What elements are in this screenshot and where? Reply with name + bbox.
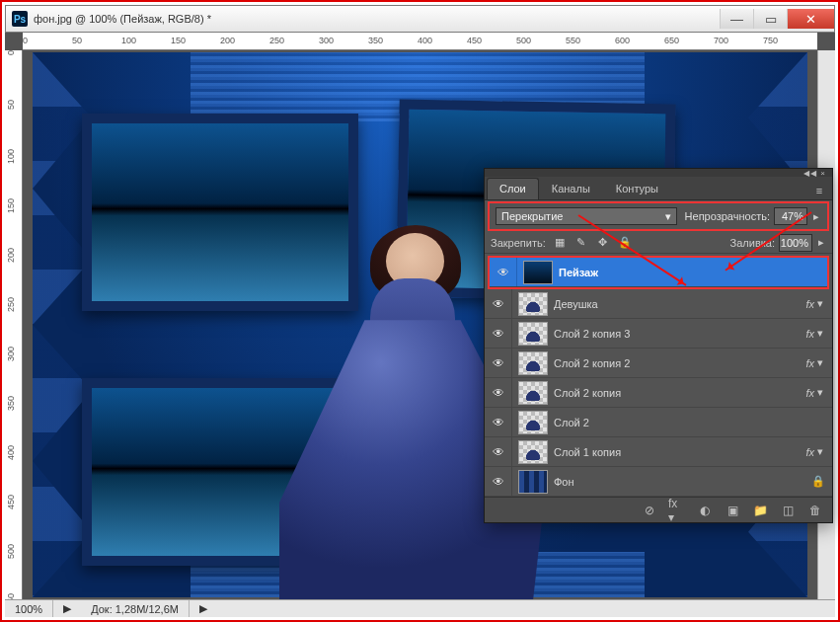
layer-name-label[interactable]: Слой 2 копия 3 xyxy=(554,328,802,340)
chevron-down-icon[interactable]: ▾ xyxy=(814,297,826,310)
chevron-down-icon[interactable]: ▾ xyxy=(814,445,826,458)
ruler-tick: 650 xyxy=(664,36,679,45)
titlebar[interactable]: Ps фон.jpg @ 100% (Пейзаж, RGB/8) * — ▭ … xyxy=(5,5,835,33)
layer-fx-badge[interactable]: fx xyxy=(805,298,814,310)
status-arrow[interactable]: ▶ xyxy=(190,600,217,617)
visibility-eye-icon[interactable]: 👁 xyxy=(485,289,512,318)
layer-row[interactable]: 👁Фон🔒 xyxy=(485,467,832,497)
blend-mode-select[interactable]: Перекрытие ▾ xyxy=(496,207,677,225)
fill-input[interactable]: 100% xyxy=(779,234,812,252)
ruler-tick: 200 xyxy=(220,36,235,45)
layer-thumbnail[interactable] xyxy=(518,440,548,464)
opacity-flyout-icon[interactable]: ▸ xyxy=(811,207,821,225)
visibility-eye-icon[interactable]: 👁 xyxy=(485,437,512,466)
ruler-tick: 100 xyxy=(6,149,16,164)
layer-fx-badge[interactable]: fx xyxy=(805,328,814,340)
visibility-eye-icon[interactable]: 👁 xyxy=(485,467,512,496)
app-icon: Ps xyxy=(12,11,28,27)
panel-footer-icon[interactable]: 🗑 xyxy=(806,502,824,519)
chevron-down-icon[interactable]: ▾ xyxy=(814,327,826,340)
ruler-tick: 600 xyxy=(615,36,630,45)
layer-name-label[interactable]: Слой 2 копия 2 xyxy=(554,357,802,369)
ruler-tick: 50 xyxy=(72,36,82,45)
layer-row[interactable]: 👁Слой 2 копия 2fx▾ xyxy=(485,349,832,378)
ruler-horizontal[interactable]: 0501001502002503003504004505005506006507… xyxy=(23,33,817,50)
layer-name-label[interactable]: Фон xyxy=(554,476,810,488)
layer-name-label[interactable]: Пейзаж xyxy=(559,267,821,278)
annotation-selected-layer: 👁Пейзаж xyxy=(488,256,829,289)
layer-fx-badge[interactable]: fx xyxy=(805,446,814,458)
ruler-tick: 500 xyxy=(516,36,531,45)
lock-option-icon[interactable]: ▦ xyxy=(552,235,568,251)
chevron-down-icon[interactable]: ▾ xyxy=(814,386,826,399)
status-chev[interactable]: ▶ xyxy=(53,600,81,617)
layer-name-label[interactable]: Девушка xyxy=(554,298,802,310)
tab-Слои[interactable]: Слои xyxy=(487,178,539,199)
tab-Каналы[interactable]: Каналы xyxy=(539,178,603,199)
layer-row[interactable]: 👁Девушкаfx▾ xyxy=(485,289,832,319)
ruler-tick: 300 xyxy=(6,347,16,361)
layer-row[interactable]: 👁Слой 1 копияfx▾ xyxy=(485,437,832,467)
layer-row[interactable]: 👁Пейзаж xyxy=(490,258,827,287)
layer-name-label[interactable]: Слой 2 xyxy=(554,417,826,428)
layer-fx-badge[interactable]: fx xyxy=(805,387,814,399)
panel-footer-icon[interactable]: ◫ xyxy=(779,502,797,519)
ruler-tick: 550 xyxy=(566,36,580,45)
status-docinfo[interactable]: Док: 1,28M/12,6M xyxy=(81,600,190,617)
ruler-tick: 50 xyxy=(6,100,16,110)
panel-collapse-icon[interactable]: ◀◀ × xyxy=(803,169,826,178)
blend-mode-value: Перекрытие xyxy=(501,210,563,222)
layer-thumbnail[interactable] xyxy=(523,261,553,284)
layer-thumbnail[interactable] xyxy=(518,351,548,375)
fill-flyout-icon[interactable]: ▸ xyxy=(816,234,826,252)
opacity-label: Непрозрачность: xyxy=(685,210,770,222)
panel-footer-icon[interactable]: ◐ xyxy=(696,502,714,519)
panel-menu-icon[interactable]: ≡ xyxy=(810,182,828,199)
panel-footer-icon[interactable]: ▣ xyxy=(724,502,741,519)
layer-fx-badge[interactable]: fx xyxy=(805,357,814,369)
layer-thumbnail[interactable] xyxy=(518,381,548,405)
maximize-button[interactable]: ▭ xyxy=(753,9,787,29)
visibility-eye-icon[interactable]: 👁 xyxy=(485,349,512,377)
panel-footer-icon[interactable]: ⊘ xyxy=(641,502,658,519)
ruler-tick: 250 xyxy=(269,36,284,45)
ruler-tick: 200 xyxy=(6,248,16,263)
panel-footer-icon[interactable]: 📁 xyxy=(751,502,769,519)
layer-name-label[interactable]: Слой 2 копия xyxy=(554,387,802,399)
panel-tabstrip: СлоиКаналыКонтуры≡ xyxy=(485,177,832,200)
layer-row[interactable]: 👁Слой 2 копияfx▾ xyxy=(485,378,832,408)
layer-thumbnail[interactable] xyxy=(518,292,548,316)
panel-footer: ⊘fx ▾◐▣📁◫🗑 xyxy=(485,497,832,522)
visibility-eye-icon[interactable]: 👁 xyxy=(485,378,512,407)
ruler-tick: 750 xyxy=(763,36,778,45)
lock-icon: 🔒 xyxy=(810,475,826,488)
lock-option-icon[interactable]: ✥ xyxy=(595,235,611,251)
visibility-eye-icon[interactable]: 👁 xyxy=(490,258,517,286)
ruler-tick: 100 xyxy=(121,36,136,45)
panel-footer-icon[interactable]: fx ▾ xyxy=(668,502,686,519)
ruler-tick: 450 xyxy=(6,495,16,509)
visibility-eye-icon[interactable]: 👁 xyxy=(485,408,512,436)
tab-Контуры[interactable]: Контуры xyxy=(603,178,671,199)
layer-thumbnail[interactable] xyxy=(518,322,548,346)
ruler-tick: 300 xyxy=(319,36,334,45)
lock-option-icon[interactable]: ✎ xyxy=(573,235,589,251)
ruler-tick: 150 xyxy=(171,36,186,45)
layer-thumbnail[interactable] xyxy=(518,470,548,494)
layer-row[interactable]: 👁Слой 2 копия 3fx▾ xyxy=(485,319,832,349)
layer-name-label[interactable]: Слой 1 копия xyxy=(554,446,802,458)
minimize-button[interactable]: — xyxy=(720,9,753,29)
ruler-tick: 150 xyxy=(6,198,16,213)
ruler-vertical[interactable]: 050100150200250300350400450500550 xyxy=(5,50,23,599)
layer-thumbnail[interactable] xyxy=(518,411,548,434)
lock-label: Закрепить: xyxy=(491,237,546,249)
ruler-tick: 700 xyxy=(714,36,728,45)
status-bar: 100% ▶ Док: 1,28M/12,6M ▶ xyxy=(5,599,835,617)
close-button[interactable]: ✕ xyxy=(787,9,834,29)
chevron-down-icon[interactable]: ▾ xyxy=(814,356,826,369)
status-zoom[interactable]: 100% xyxy=(5,600,53,617)
layer-row[interactable]: 👁Слой 2 xyxy=(485,408,832,437)
layers-panel[interactable]: ◀◀ × СлоиКаналыКонтуры≡ Перекрытие ▾ Неп… xyxy=(484,168,833,523)
visibility-eye-icon[interactable]: 👁 xyxy=(485,319,512,348)
panel-grip[interactable]: ◀◀ × xyxy=(485,169,832,177)
